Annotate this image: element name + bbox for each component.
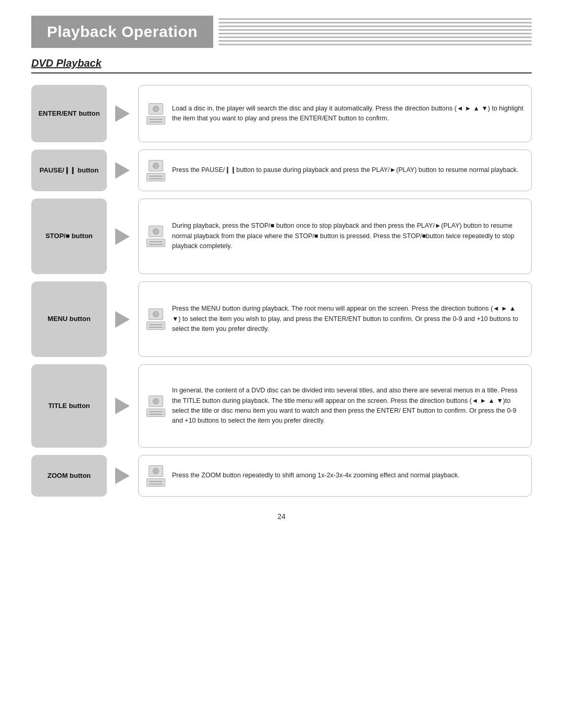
button-label-stop: STOP/■ button (45, 231, 93, 241)
device-slot2 (149, 327, 163, 328)
device-slot2 (149, 244, 163, 245)
content-box-enter-ent: Load a disc in, the player will search t… (138, 85, 532, 142)
button-label-pause: PAUSE/❙❙ button (40, 166, 99, 175)
button-box-menu[interactable]: MENU button (31, 281, 107, 357)
page-number: 24 (31, 512, 532, 521)
header-line (218, 18, 532, 20)
device-body (146, 116, 165, 125)
arrow-icon-title (107, 398, 138, 414)
header-line (218, 40, 532, 42)
button-box-pause[interactable]: PAUSE/❙❙ button (31, 150, 107, 191)
section-title: DVD Playback (31, 57, 532, 73)
device-body (146, 239, 165, 247)
device-icon-stop (146, 226, 166, 247)
device-body (146, 173, 165, 181)
arrow-icon-menu (107, 311, 138, 328)
content-text-pause: Press the PAUSE/❙❙button to pause during… (172, 165, 524, 175)
button-label-enter-ent: ENTER/ENT button (39, 109, 100, 118)
page-header: Playback Operation (31, 16, 532, 48)
device-top (149, 160, 163, 171)
header-line (218, 44, 532, 45)
content-box-pause: Press the PAUSE/❙❙button to pause during… (138, 150, 532, 191)
button-label-menu: MENU button (47, 314, 90, 324)
device-slot (149, 411, 163, 412)
button-box-zoom[interactable]: ZOOM button (31, 455, 107, 497)
device-top (149, 465, 163, 477)
page-title: Playback Operation (47, 23, 198, 41)
button-box-stop[interactable]: STOP/■ button (31, 199, 107, 274)
header-title-box: Playback Operation (31, 16, 213, 48)
device-top (149, 103, 163, 115)
header-line (218, 36, 532, 38)
device-slot (149, 241, 163, 242)
arrow-icon-enter-ent (107, 105, 138, 122)
header-lines (213, 16, 532, 48)
content-text-title: In general, the content of a DVD disc ca… (172, 386, 524, 426)
device-body (146, 409, 165, 417)
device-body (146, 322, 165, 330)
rows-container: ENTER/ENT button Load a disc in, the pla… (31, 85, 532, 497)
device-slot (149, 324, 163, 325)
device-icon-zoom (146, 465, 166, 487)
device-icon-pause (146, 160, 166, 181)
operation-row-title: TITLE button In general, the content of … (31, 364, 532, 448)
device-slot2 (149, 178, 163, 179)
device-icon-enter-ent (146, 103, 166, 125)
device-top (149, 396, 163, 407)
device-slot2 (149, 121, 163, 122)
device-slot (149, 119, 163, 120)
arrow-icon-stop (107, 228, 138, 245)
device-icon-title (146, 396, 166, 417)
header-line (218, 33, 532, 34)
content-box-title: In general, the content of a DVD disc ca… (138, 364, 532, 448)
operation-row-zoom: ZOOM button Press the ZOOM button repeat… (31, 455, 532, 497)
device-icon-menu (146, 309, 166, 330)
device-slot2 (149, 414, 163, 415)
arrow-icon-pause (107, 162, 138, 179)
operation-row-stop: STOP/■ button During playback, press the… (31, 199, 532, 274)
header-line (218, 22, 532, 23)
content-box-menu: Press the MENU button during playback. T… (138, 281, 532, 357)
content-text-menu: Press the MENU button during playback. T… (172, 304, 524, 334)
content-box-stop: During playback, press the STOP/■ button… (138, 199, 532, 274)
device-body (146, 478, 165, 487)
operation-row-pause: PAUSE/❙❙ button Press the PAUSE/❙❙button… (31, 150, 532, 191)
device-top (149, 309, 163, 320)
content-text-zoom: Press the ZOOM button repeatedly to shif… (172, 471, 524, 480)
device-slot (149, 481, 163, 482)
header-line (218, 26, 532, 27)
operation-row-enter-ent: ENTER/ENT button Load a disc in, the pla… (31, 85, 532, 142)
header-line (218, 29, 532, 31)
operation-row-menu: MENU button Press the MENU button during… (31, 281, 532, 357)
device-slot2 (149, 484, 163, 485)
button-label-title: TITLE button (48, 401, 90, 411)
button-box-title[interactable]: TITLE button (31, 364, 107, 448)
content-text-stop: During playback, press the STOP/■ button… (172, 221, 524, 251)
button-label-zoom: ZOOM button (47, 471, 91, 480)
content-text-enter-ent: Load a disc in, the player will search t… (172, 104, 524, 124)
device-slot (149, 176, 163, 177)
arrow-icon-zoom (107, 467, 138, 484)
device-top (149, 226, 163, 237)
content-box-zoom: Press the ZOOM button repeatedly to shif… (138, 455, 532, 497)
button-box-enter-ent[interactable]: ENTER/ENT button (31, 85, 107, 142)
